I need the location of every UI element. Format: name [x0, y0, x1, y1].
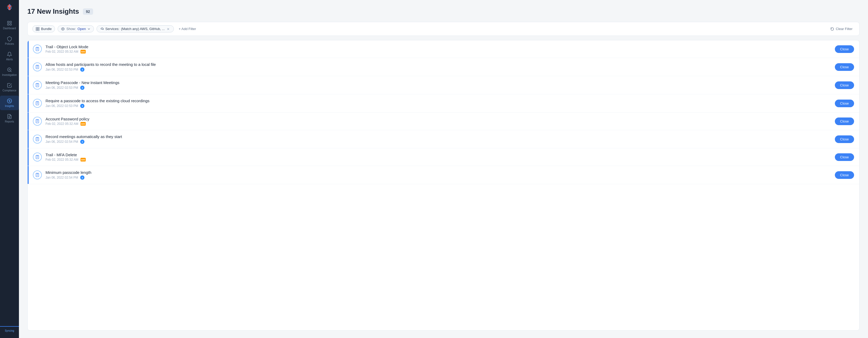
- sidebar-item-alerts[interactable]: Alerts: [0, 49, 19, 63]
- clear-filter-label: Clear Filter: [836, 27, 852, 31]
- insight-icon-wrap: [33, 62, 42, 72]
- cloud-icon: [100, 27, 104, 31]
- close-insight-button[interactable]: Close: [835, 171, 854, 179]
- insight-title: Account Password policy: [45, 117, 835, 121]
- show-label: Show:: [66, 27, 76, 31]
- services-value: (Match any) AWS, GitHub, ...: [121, 27, 165, 31]
- zoom-badge: Z: [80, 86, 85, 90]
- alerts-icon: [7, 52, 12, 57]
- sidebar-item-policies[interactable]: Policies: [0, 33, 19, 48]
- svg-rect-5: [10, 24, 11, 25]
- services-filter[interactable]: Services: (Match any) AWS, GitHub, ... ✕: [96, 25, 174, 32]
- close-insight-button[interactable]: Close: [835, 153, 854, 161]
- logo[interactable]: [5, 3, 14, 12]
- svg-rect-38: [37, 155, 38, 156]
- reports-icon: [7, 114, 12, 119]
- insight-info: Allow hosts and participants to record t…: [45, 62, 835, 72]
- sidebar-item-compliance[interactable]: Compliance: [0, 80, 19, 94]
- close-insight-button[interactable]: Close: [835, 63, 854, 71]
- clipboard-icon: [35, 119, 39, 123]
- insight-row: Minimum passcode length Jan 06, 2022 02:…: [28, 166, 859, 184]
- chevron-down-icon: [87, 27, 91, 31]
- sidebar-item-label: Policies: [5, 43, 14, 45]
- svg-line-12: [10, 102, 10, 102]
- page-header: 17 New Insights 92: [27, 7, 860, 16]
- sidebar-item-label: Alerts: [6, 58, 13, 61]
- close-insight-button[interactable]: Close: [835, 45, 854, 53]
- svg-rect-32: [37, 119, 38, 120]
- eye-icon: [61, 27, 65, 31]
- insight-row: Account Password policy Feb 02, 2022 05:…: [28, 112, 859, 130]
- sidebar-item-label: Insights: [5, 105, 14, 108]
- close-insight-button[interactable]: Close: [835, 100, 854, 107]
- sidebar-bottom: Syncing: [0, 326, 19, 335]
- add-filter-button[interactable]: + Add Filter: [177, 26, 198, 32]
- insight-row: Allow hosts and participants to record t…: [28, 58, 859, 76]
- svg-rect-2: [8, 21, 9, 23]
- insights-count-badge: 92: [83, 8, 93, 15]
- insight-meta: Feb 02, 2022 05:32 AM AWS: [45, 50, 835, 54]
- insight-icon-wrap: [33, 117, 42, 126]
- dashboard-icon: [7, 21, 12, 26]
- aws-badge: AWS: [81, 50, 86, 54]
- clipboard-icon: [35, 155, 39, 159]
- clipboard-icon: [35, 65, 39, 69]
- close-insight-button[interactable]: Close: [835, 81, 854, 89]
- policies-icon: [7, 36, 12, 41]
- svg-line-7: [10, 71, 11, 72]
- close-insight-button[interactable]: Close: [835, 135, 854, 143]
- reset-icon: [830, 27, 834, 31]
- clipboard-icon: [35, 101, 39, 105]
- compliance-icon: [7, 83, 12, 88]
- add-filter-label: + Add Filter: [179, 27, 196, 31]
- insight-info: Trail - MFA Delete Feb 02, 2022 05:32 AM…: [45, 152, 835, 162]
- bundle-filter[interactable]: Bundle: [32, 25, 55, 32]
- insight-row: Record meetings automatically as they st…: [28, 130, 859, 148]
- bundle-icon: [36, 27, 39, 31]
- insight-title: Trail - MFA Delete: [45, 152, 835, 157]
- insight-date: Jan 06, 2022 02:53 PM: [45, 86, 78, 90]
- close-insight-button[interactable]: Close: [835, 117, 854, 125]
- insight-icon-wrap: [33, 152, 42, 162]
- sidebar-item-insights[interactable]: Insights: [0, 95, 19, 110]
- insight-date: Feb 02, 2022 05:32 AM: [45, 50, 79, 54]
- insight-icon-wrap: [33, 170, 42, 179]
- insight-info: Trail - Object Lock Mode Feb 02, 2022 05…: [45, 45, 835, 54]
- sidebar-item-label: Dashboard: [3, 27, 16, 30]
- zoom-badge: Z: [80, 104, 85, 108]
- services-filter-close[interactable]: ✕: [167, 27, 170, 31]
- syncing-status: Syncing: [0, 326, 19, 335]
- sidebar-item-label: Investigation: [2, 74, 17, 76]
- svg-rect-35: [37, 137, 38, 138]
- sidebar-item-dashboard[interactable]: Dashboard: [0, 18, 19, 32]
- sidebar-item-investigation[interactable]: Investigation: [0, 64, 19, 79]
- insight-meta: Feb 02, 2022 05:32 AM AWS: [45, 122, 835, 126]
- svg-point-19: [63, 28, 63, 29]
- clipboard-icon: [35, 83, 39, 87]
- svg-rect-41: [37, 173, 38, 174]
- insight-icon-wrap: [33, 81, 42, 90]
- insight-meta: Feb 02, 2022 05:32 AM AWS: [45, 158, 835, 162]
- show-value: Open: [78, 27, 86, 31]
- svg-rect-3: [10, 21, 11, 23]
- insight-title: Require a passcode to access the existin…: [45, 98, 835, 103]
- services-label: Services:: [105, 27, 119, 31]
- aws-badge: AWS: [81, 158, 86, 162]
- insight-row: Trail - Object Lock Mode Feb 02, 2022 05…: [28, 40, 859, 58]
- svg-rect-18: [38, 29, 39, 31]
- insight-meta: Jan 06, 2022 02:53 PM Z: [45, 104, 835, 108]
- insight-date: Jan 06, 2022 02:53 PM: [45, 104, 78, 108]
- zoom-badge: Z: [80, 175, 85, 180]
- svg-point-10: [9, 101, 10, 101]
- page-title: 17 New Insights: [27, 7, 79, 16]
- insights-list: Trail - Object Lock Mode Feb 02, 2022 05…: [27, 40, 860, 331]
- insight-meta: Jan 06, 2022 02:54 PM Z: [45, 140, 835, 144]
- clear-filter-button[interactable]: Clear Filter: [828, 26, 855, 32]
- sidebar-item-reports[interactable]: Reports: [0, 111, 19, 126]
- sidebar-item-label: Compliance: [3, 89, 17, 92]
- insight-date: Feb 02, 2022 05:32 AM: [45, 122, 79, 126]
- insight-date: Jan 06, 2022 02:54 PM: [45, 176, 78, 179]
- show-filter[interactable]: Show: Open: [58, 25, 94, 32]
- insight-icon-wrap: [33, 45, 42, 54]
- svg-rect-4: [8, 24, 9, 25]
